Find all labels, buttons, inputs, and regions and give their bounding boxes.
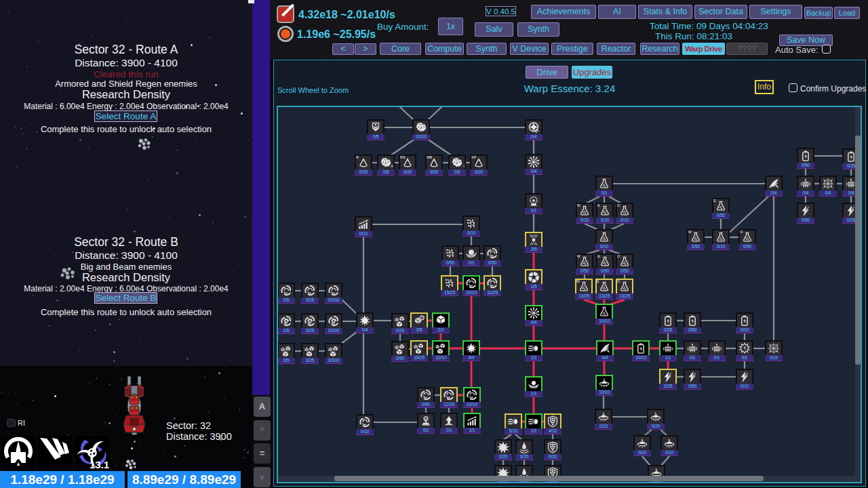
svg-text:13.1: 13.1 (90, 459, 109, 470)
